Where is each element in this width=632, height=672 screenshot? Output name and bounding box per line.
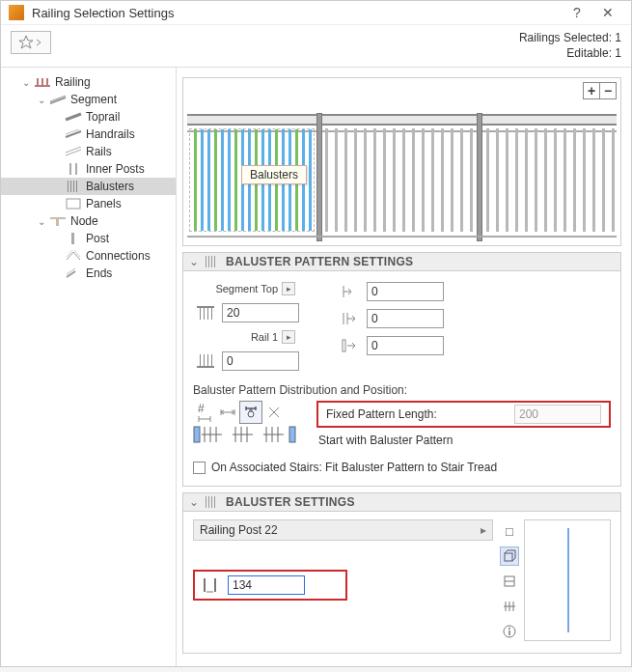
tree-item-railing[interactable]: ⌄ Railing: [1, 73, 176, 91]
segment-top-flyout[interactable]: ▸: [282, 282, 295, 295]
svg-rect-8: [70, 181, 71, 192]
svg-rect-7: [68, 181, 69, 192]
fixed-pattern-length-input[interactable]: [514, 405, 601, 424]
tree-label: Toprail: [86, 110, 120, 124]
baluster-settings-header[interactable]: ⌄ BALUSTER SETTINGS: [182, 492, 621, 512]
svg-point-63: [508, 628, 510, 630]
svg-rect-28: [197, 366, 214, 368]
inner-posts-icon: [65, 162, 82, 176]
railings-selected-label: Railings Selected: 1: [519, 31, 621, 46]
dist-mode-spacing[interactable]: [216, 401, 239, 424]
panel-title: BALUSTER PATTERN SETTINGS: [226, 255, 413, 268]
navigation-tree: ⌄ Railing ⌄ Segment Toprail Handrails Ra…: [1, 68, 177, 666]
spacing-b-icon: [338, 309, 363, 328]
tree-item-post[interactable]: Post: [1, 230, 176, 247]
spacing-a-input[interactable]: [367, 282, 444, 301]
svg-rect-26: [207, 354, 208, 366]
tree-label: Node: [70, 214, 98, 228]
tree-item-segment[interactable]: ⌄ Segment: [1, 91, 176, 108]
balusters-icon: [65, 180, 82, 193]
tree-label: Railing: [55, 75, 91, 89]
tree-label: Rails: [86, 145, 112, 158]
svg-rect-34: [194, 427, 200, 442]
svg-rect-27: [211, 354, 212, 366]
spacing-b-input[interactable]: [367, 309, 444, 328]
spacing-a-icon: [338, 282, 363, 301]
symbol-none-button[interactable]: □: [500, 521, 519, 541]
svg-rect-9: [73, 181, 74, 192]
svg-text:#: #: [198, 403, 205, 415]
svg-rect-49: [208, 496, 209, 508]
fit-to-stair-label: On Associated Stairs: Fit Baluster Patte…: [211, 461, 497, 474]
tree-item-toprail[interactable]: Toprail: [1, 108, 176, 126]
tree-label: Ends: [86, 266, 112, 280]
segment-top-input[interactable]: [222, 303, 299, 322]
chevron-right-icon: ▸: [481, 523, 486, 537]
railing-preview[interactable]: + − Balusters: [182, 77, 621, 246]
balusters-icon: [203, 256, 220, 267]
svg-rect-16: [208, 256, 209, 267]
zoom-in-button[interactable]: +: [583, 82, 600, 99]
svg-rect-24: [200, 354, 201, 366]
rail1-flyout[interactable]: ▸: [282, 330, 295, 344]
tree-label: Post: [86, 232, 109, 245]
symbol-section-button[interactable]: [500, 597, 519, 616]
baluster-profile-selector[interactable]: Railing Post 22 ▸: [193, 519, 493, 541]
tree-item-connections[interactable]: Connections: [1, 247, 176, 265]
tree-item-panels[interactable]: Panels: [1, 195, 176, 212]
window-title: Railing Selection Settings: [32, 6, 562, 20]
post-icon: [65, 232, 82, 245]
tree-item-rails[interactable]: Rails: [1, 143, 176, 160]
segment-top-label: Segment Top: [215, 283, 278, 294]
svg-rect-18: [214, 256, 215, 267]
bottom-offset-icon: [193, 351, 218, 371]
fit-to-stair-checkbox[interactable]: [193, 462, 206, 474]
dist-mode-fixed[interactable]: [239, 401, 262, 424]
tree-label: Inner Posts: [86, 162, 145, 176]
favorites-button[interactable]: [11, 31, 51, 54]
collapse-icon[interactable]: ⌄: [189, 495, 203, 509]
svg-rect-22: [207, 308, 208, 320]
panel-title: BALUSTER SETTINGS: [226, 495, 355, 509]
symbol-plan-button[interactable]: [500, 572, 519, 591]
distribution-label: Baluster Pattern Distribution and Positi…: [193, 383, 611, 397]
tree-item-node[interactable]: ⌄ Node: [1, 212, 176, 230]
svg-rect-53: [214, 578, 216, 592]
baluster-pattern-settings-header[interactable]: ⌄ BALUSTER PATTERN SETTINGS: [182, 252, 621, 271]
connections-icon: [65, 249, 82, 263]
baluster-profile-name: Railing Post 22: [200, 523, 481, 537]
expand-icon[interactable]: ⌄: [36, 216, 47, 227]
handrails-icon: [65, 127, 82, 141]
preview-tooltip: Balusters: [241, 165, 307, 184]
svg-rect-50: [211, 496, 212, 508]
svg-rect-51: [214, 496, 215, 508]
expand-icon[interactable]: ⌄: [20, 77, 32, 88]
balusters-icon: [203, 496, 220, 508]
collapse-icon[interactable]: ⌄: [189, 255, 203, 268]
svg-rect-52: [204, 578, 206, 592]
help-button[interactable]: ?: [562, 5, 592, 20]
symbol-info-button[interactable]: [500, 622, 519, 641]
tree-item-ends[interactable]: Ends: [1, 265, 176, 282]
rails-icon: [65, 145, 82, 158]
dist-mode-none[interactable]: [262, 401, 286, 424]
svg-rect-19: [197, 306, 214, 308]
baluster-offset-input[interactable]: [228, 575, 305, 595]
svg-rect-15: [206, 256, 206, 267]
tree-label: Balusters: [86, 180, 134, 193]
zoom-out-button[interactable]: −: [599, 82, 617, 99]
symbol-3d-button[interactable]: [500, 546, 519, 566]
rail1-input[interactable]: [222, 351, 299, 371]
spacing-c-input[interactable]: [367, 336, 444, 355]
tree-item-inner-posts[interactable]: Inner Posts: [1, 160, 176, 178]
close-button[interactable]: ✕: [592, 5, 623, 20]
tree-item-balusters[interactable]: Balusters: [1, 178, 176, 195]
tree-label: Handrails: [86, 127, 135, 141]
dist-mode-divide[interactable]: #: [193, 401, 216, 424]
expand-icon[interactable]: ⌄: [36, 95, 47, 105]
tree-item-handrails[interactable]: Handrails: [1, 126, 176, 143]
svg-rect-20: [200, 308, 201, 320]
top-offset-icon: [193, 303, 218, 322]
svg-rect-48: [206, 496, 206, 508]
svg-rect-13: [56, 217, 59, 226]
